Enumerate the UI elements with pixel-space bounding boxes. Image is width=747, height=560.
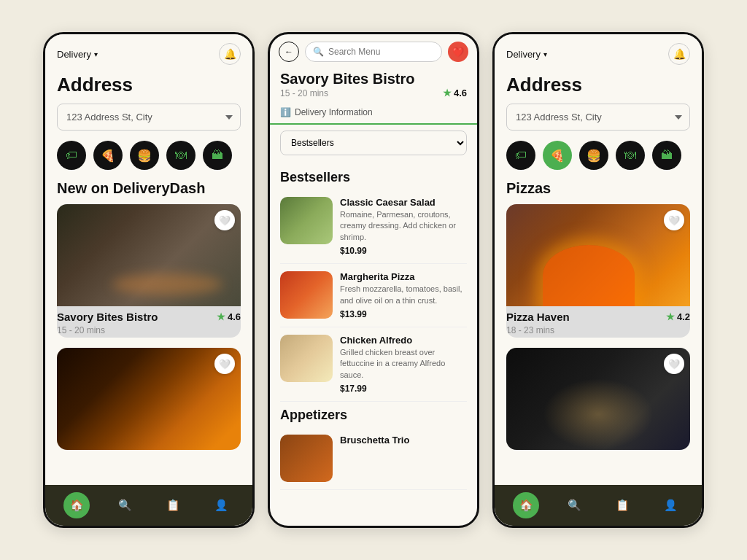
card-rating-savory: ★ 4.6 (217, 311, 241, 322)
restaurant-header: Savory Bites Bistro 15 - 20 mins ★ 4.6 (270, 66, 477, 104)
menu-item-caesar[interactable]: Classic Caesar Salad Romaine, Parmesan, … (280, 190, 467, 264)
item-desc-alfredo: Grilled chicken breast over fettuccine i… (340, 347, 467, 381)
nav-orders-3[interactable]: 📋 (609, 492, 635, 518)
screens-container: Delivery ▾ 🔔 Address 123 Address St, Cit… (43, 32, 704, 528)
cat-more-3[interactable]: 🏔 (652, 141, 681, 170)
top-bar-3: Delivery ▾ 🔔 (495, 34, 702, 71)
delivery-toggle-3[interactable]: Delivery ▾ (506, 49, 547, 60)
chevron-down-icon-3: ▾ (543, 50, 547, 58)
rating-value-pizza-haven: 4.2 (677, 311, 690, 322)
restaurant-name: Savory Bites Bistro (280, 71, 467, 88)
restaurant-sub: 15 - 20 mins ★ 4.6 (280, 88, 467, 98)
notification-bell-1[interactable]: 🔔 (219, 43, 241, 65)
bottom-nav-3: 🏠 🔍 📋 👤 (495, 485, 702, 526)
item-price-alfredo: $17.99 (340, 384, 467, 394)
restaurant-image-dark (506, 348, 690, 450)
bottom-nav-1: 🏠 🔍 📋 👤 (45, 485, 252, 526)
item-price-caesar: $10.99 (340, 246, 467, 256)
back-button[interactable]: ← (279, 42, 299, 62)
nav-search-1[interactable]: 🔍 (112, 492, 138, 518)
cat-food-1[interactable]: 🍽 (166, 141, 196, 170)
category-icons-1: 🏷 🍕 🍔 🍽 🏔 (57, 141, 241, 170)
item-name-alfredo: Chicken Alfredo (340, 335, 467, 346)
cat-pizza-3[interactable]: 🍕 (543, 141, 572, 170)
nav-search-3[interactable]: 🔍 (561, 492, 587, 518)
search-input[interactable] (328, 47, 434, 57)
favorite-btn-savory[interactable]: 🤍 (214, 210, 235, 230)
delivery-info-label: Delivery Information (295, 107, 373, 117)
item-info-alfredo: Chicken Alfredo Grilled chicken breast o… (340, 335, 467, 394)
item-desc-caesar: Romaine, Parmesan, croutons, creamy dres… (340, 209, 467, 243)
delivery-info-row[interactable]: ℹ️ Delivery Information (270, 104, 477, 125)
cat-food-3[interactable]: 🍽 (616, 141, 645, 170)
filter-select[interactable]: Bestsellers Appetizers Main Course Desse… (280, 131, 467, 155)
notification-bell-3[interactable]: 🔔 (668, 43, 690, 65)
favorite-btn-fire[interactable]: 🤍 (214, 354, 235, 374)
restaurant-time: 15 - 20 mins (280, 88, 328, 98)
card-info-savory: Savory Bites Bistro ★ 4.6 15 - 20 mins (57, 306, 241, 338)
cat-more-1[interactable]: 🏔 (203, 141, 232, 170)
item-image-margherita (280, 271, 333, 319)
section-appetizers: Appetizers (280, 408, 467, 423)
screen-1: Delivery ▾ 🔔 Address 123 Address St, Cit… (43, 32, 255, 528)
item-desc-margherita: Fresh mozzarella, tomatoes, basil, and o… (340, 284, 467, 306)
screen-1-content: Address 123 Address St, City 🏷 🍕 🍔 🍽 🏔 N… (45, 71, 252, 485)
screen-3-content: Address 123 Address St, City 🏷 🍕 🍔 🍽 🏔 P… (495, 71, 702, 485)
address-dropdown-1[interactable]: 123 Address St, City (57, 104, 241, 131)
cat-burger-3[interactable]: 🍔 (579, 141, 608, 170)
item-name-caesar: Classic Caesar Salad (340, 197, 467, 208)
item-image-caesar (280, 197, 333, 244)
screen-3: Delivery ▾ 🔔 Address 123 Address St, Cit… (492, 32, 704, 528)
filter-bar: Bestsellers Appetizers Main Course Desse… (270, 125, 477, 161)
address-title-1: Address (57, 74, 241, 96)
section-title-1: New on DeliveryDash (57, 180, 241, 197)
rating-value-menu: 4.6 (454, 88, 467, 98)
card-time-savory: 15 - 20 mins (57, 325, 105, 335)
nav-profile-1[interactable]: 👤 (208, 492, 234, 518)
item-image-bruschetta (280, 435, 333, 482)
address-title-3: Address (506, 74, 690, 96)
restaurant-rating: ★ 4.6 (443, 88, 467, 98)
item-name-margherita: Margherita Pizza (340, 271, 467, 282)
chevron-down-icon: ▾ (94, 50, 98, 58)
nav-home-1[interactable]: 🏠 (63, 492, 90, 518)
favorite-btn-dark[interactable]: 🤍 (664, 354, 684, 374)
card-time-pizza-haven: 18 - 23 mins (506, 325, 554, 335)
top-bar-1: Delivery ▾ 🔔 (45, 34, 252, 71)
star-icon: ★ (217, 311, 225, 322)
delivery-toggle-1[interactable]: Delivery ▾ (57, 49, 98, 60)
card-name-savory: Savory Bites Bistro (57, 311, 158, 323)
card-info-pizza-haven: Pizza Haven ★ 4.2 18 - 23 mins (506, 306, 690, 338)
search-icon: 🔍 (313, 47, 324, 57)
favorite-button[interactable]: ❤️ (448, 42, 468, 62)
restaurant-card-fire[interactable]: 🤍 (57, 348, 241, 450)
restaurant-card-pizza-haven[interactable]: 🤍 Pizza Haven ★ 4.2 18 - 23 mins (506, 204, 690, 338)
category-icons-3: 🏷 🍕 🍔 🍽 🏔 (506, 141, 690, 170)
restaurant-card-savory[interactable]: 🤍 Savory Bites Bistro ★ 4.6 15 - 20 mins (57, 204, 241, 338)
card-meta-savory: Savory Bites Bistro ★ 4.6 (57, 311, 241, 323)
address-dropdown-3[interactable]: 123 Address St, City (506, 104, 690, 131)
item-info-caesar: Classic Caesar Salad Romaine, Parmesan, … (340, 197, 467, 256)
restaurant-image-savory (57, 204, 241, 306)
menu-item-alfredo[interactable]: Chicken Alfredo Grilled chicken breast o… (280, 327, 467, 402)
nav-profile-3[interactable]: 👤 (657, 492, 684, 518)
cat-offers-3[interactable]: 🏷 (506, 141, 535, 170)
restaurant-image-pizza-haven (506, 204, 690, 306)
item-price-margherita: $13.99 (340, 309, 467, 319)
menu-item-bruschetta[interactable]: Bruschetta Trio (280, 427, 467, 490)
favorite-btn-pizza-haven[interactable]: 🤍 (664, 210, 684, 230)
cat-burger-1[interactable]: 🍔 (130, 141, 159, 170)
menu-item-margherita[interactable]: Margherita Pizza Fresh mozzarella, tomat… (280, 264, 467, 327)
delivery-label-3: Delivery (506, 49, 541, 60)
star-icon-menu: ★ (443, 88, 452, 98)
restaurant-card-dark[interactable]: 🤍 (506, 348, 690, 450)
nav-orders-1[interactable]: 📋 (160, 492, 186, 518)
cat-pizza-1[interactable]: 🍕 (93, 141, 123, 170)
menu-scroll[interactable]: Bestsellers Classic Caesar Salad Romaine… (270, 161, 477, 526)
menu-top-bar: ← 🔍 ❤️ (270, 34, 477, 66)
item-info-margherita: Margherita Pizza Fresh mozzarella, tomat… (340, 271, 467, 319)
info-icon: ℹ️ (280, 107, 291, 117)
cat-offers-1[interactable]: 🏷 (57, 141, 86, 170)
nav-home-3[interactable]: 🏠 (513, 492, 539, 518)
search-bar[interactable]: 🔍 (305, 42, 442, 62)
